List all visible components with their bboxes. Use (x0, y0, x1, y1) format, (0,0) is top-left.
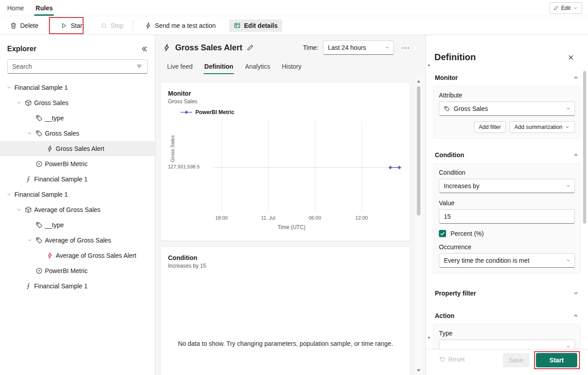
legend-label: PowerBI Metric (195, 109, 234, 115)
panel-scroll-down-arrow[interactable] (428, 337, 430, 339)
tree-item-type[interactable]: __type (0, 110, 155, 126)
chevron-down-icon[interactable] (4, 85, 13, 90)
reset-button[interactable]: Reset (435, 353, 469, 366)
tree-item-gross-sales-entity[interactable]: Gross Sales (0, 95, 155, 110)
delete-button[interactable]: Delete (5, 19, 43, 32)
add-summarization-button[interactable]: Add summarization (509, 121, 575, 133)
occurrence-dropdown[interactable]: Every time the condition is met (439, 253, 575, 268)
panel-footer: Reset Save Start (426, 349, 588, 375)
attribute-dropdown[interactable]: Gross Sales (439, 101, 575, 116)
tree-item-financial-sample-stream[interactable]: Financial Sample 1 (0, 172, 155, 187)
property-filter-section: Property filter (433, 289, 581, 298)
condition-card-title: Condition (168, 254, 403, 261)
start-label: Start (71, 22, 84, 29)
tree-item-gross-sales-alert[interactable]: Gross Sales Alert (0, 141, 155, 156)
tree-item-average-gross-sales-attribute[interactable]: Average of Gross Sales (0, 233, 155, 248)
percent-label: Percent (%) (451, 230, 484, 237)
attribute-value: Gross Sales (454, 105, 488, 112)
monitor-card: Monitor Gross Sales PowerBI Metric Gross… (161, 83, 410, 241)
tree-item-financial-sample-stream[interactable]: Financial Sample 1 (0, 278, 155, 294)
time-label: Time: (303, 44, 318, 51)
panel-title: Definition (426, 35, 588, 62)
monitor-section: Monitor Attribute Gross Sales Add filter… (433, 73, 581, 139)
start-button[interactable]: Start (56, 19, 88, 32)
scrollbar-thumb[interactable] (417, 86, 420, 216)
panel-start-button[interactable]: Start (536, 353, 577, 367)
main-scrollbar[interactable] (415, 77, 422, 375)
time-range-dropdown[interactable]: Last 24 hours (323, 40, 394, 55)
toolbar-divider (133, 20, 133, 31)
property-filter-section-header[interactable]: Property filter (433, 289, 581, 298)
add-filter-button[interactable]: Add filter (474, 121, 506, 133)
nav-tab-rules[interactable]: Rules (34, 0, 54, 16)
condition-dropdown[interactable]: Increases by (439, 179, 575, 193)
value-input[interactable] (439, 209, 575, 224)
panel-scroll-up-arrow[interactable] (428, 64, 430, 66)
collapse-sidebar-icon[interactable] (141, 45, 148, 53)
chart-legend: PowerBI Metric (181, 109, 234, 115)
filter-icon[interactable] (136, 63, 143, 70)
test-action-bolt-icon (145, 22, 152, 29)
delete-label: Delete (20, 22, 38, 29)
send-test-action-button[interactable]: Send me a test action (140, 19, 220, 32)
percent-checkbox[interactable] (439, 230, 446, 237)
save-button[interactable]: Save (503, 353, 530, 367)
monitor-section-header[interactable]: Monitor (433, 73, 581, 82)
search-input[interactable] (12, 63, 132, 70)
tab-history[interactable]: History (276, 59, 307, 75)
more-options-button[interactable]: ⋯ (398, 40, 413, 55)
edit-details-button[interactable]: Edit details (229, 19, 282, 32)
type-label: Type (439, 330, 575, 337)
tree-item-powerbi-metric[interactable]: PowerBI Metric (0, 263, 155, 278)
explorer-title: Explorer (7, 45, 36, 53)
tree-item-financial-sample-2[interactable]: Financial Sample 1 (0, 187, 155, 202)
edit-dropdown-button[interactable]: Edit (549, 2, 582, 14)
tab-live-feed[interactable]: Live feed (162, 59, 198, 75)
legend-marker-icon (181, 110, 192, 115)
close-icon[interactable] (567, 54, 575, 61)
play-icon (60, 22, 67, 29)
edit-details-label: Edit details (244, 22, 278, 29)
alert-bolt-icon (163, 44, 171, 52)
condition-section-header[interactable]: Condition (433, 150, 581, 159)
add-summarization-label: Add summarization (514, 124, 562, 130)
eventstream-icon (23, 282, 33, 290)
tree-item-type[interactable]: __type (0, 217, 155, 233)
nav-tab-home[interactable]: Home (5, 0, 26, 16)
metric-icon (34, 267, 44, 274)
panel-scrollbar-thumb[interactable] (583, 71, 586, 224)
chevron-down-icon[interactable] (25, 131, 34, 136)
tree-item-gross-sales-attribute[interactable]: Gross Sales (0, 126, 155, 141)
chevron-down-icon[interactable] (4, 192, 13, 197)
tree-item-powerbi-metric[interactable]: PowerBI Metric (0, 156, 155, 172)
chevron-up-icon (573, 75, 579, 81)
scroll-down-arrow[interactable] (417, 369, 420, 372)
tree-item-label: PowerBI Metric (45, 160, 88, 168)
tab-definition[interactable]: Definition (199, 59, 239, 75)
stop-icon (100, 22, 107, 29)
tag-icon (34, 130, 44, 137)
chevron-down-icon[interactable] (14, 207, 23, 212)
tree-item-average-gross-sales-alert[interactable]: Average of Gross Sales Alert (0, 248, 155, 263)
chevron-down-icon (565, 124, 570, 130)
scroll-up-arrow[interactable] (417, 80, 420, 83)
tree-item-financial-sample-1[interactable]: Financial Sample 1 (0, 80, 155, 95)
action-section-header[interactable]: Action (433, 311, 581, 320)
stop-button[interactable]: Stop (96, 19, 128, 32)
occurrence-value: Every time the condition is met (444, 257, 530, 264)
tag-icon (34, 115, 44, 122)
tag-icon (444, 106, 450, 112)
stop-label: Stop (111, 22, 124, 29)
tree-item-average-gross-sales-entity[interactable]: Average of Gross Sales (0, 202, 155, 217)
send-test-action-label: Send me a test action (155, 22, 216, 29)
tag-icon (34, 221, 44, 229)
chevron-down-icon[interactable] (25, 238, 34, 243)
command-toolbar: Delete Start Stop Send me a test action … (0, 16, 588, 35)
monitor-card-subtitle: Gross Sales (168, 98, 403, 105)
tree-item-label: Gross Sales (34, 99, 68, 106)
cube-icon (23, 206, 33, 213)
rename-pencil-icon[interactable] (247, 44, 254, 51)
chevron-down-icon[interactable] (14, 100, 23, 106)
undo-icon (438, 356, 446, 363)
tab-analytics[interactable]: Analytics (239, 59, 275, 75)
